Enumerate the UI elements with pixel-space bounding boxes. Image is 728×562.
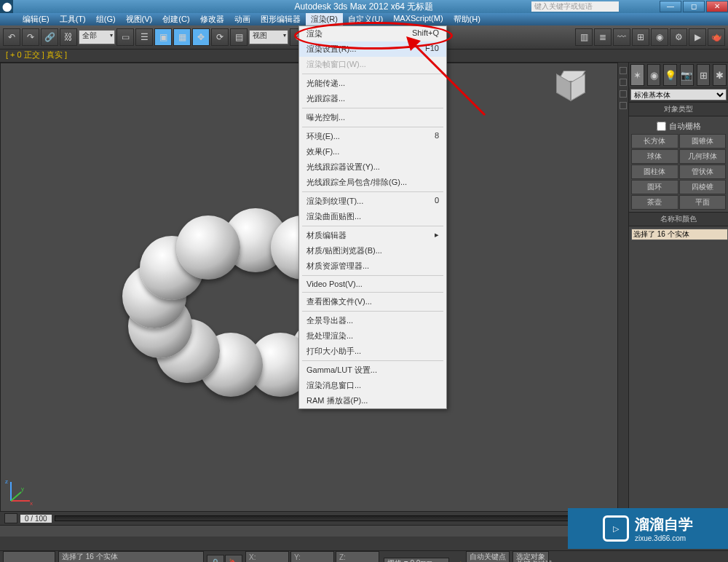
menu-2[interactable]: 组(G) <box>91 13 121 25</box>
redo-button[interactable]: ↷ <box>22 28 39 46</box>
primitive-管状体[interactable]: 管状体 <box>679 165 727 179</box>
menu-8[interactable]: 渲染(R) <box>306 13 343 25</box>
minimize-button[interactable]: — <box>660 1 681 12</box>
object-category-dropdown[interactable]: 标准基本体 <box>630 89 727 100</box>
render-menu-item-5[interactable]: 光跟踪器... <box>299 91 446 106</box>
primitive-圆环[interactable]: 圆环 <box>631 180 678 194</box>
utilities-tab[interactable]: ✱ <box>713 64 727 86</box>
grid-readout: 栅格 = 0.0mm <box>384 558 449 563</box>
autokey-button[interactable]: 自动关键点 <box>466 551 510 562</box>
script-listener[interactable] <box>3 551 55 562</box>
primitive-平面[interactable]: 平面 <box>679 195 727 210</box>
render-setup-button[interactable]: ⚙ <box>670 28 687 46</box>
coord-x[interactable]: X: <box>245 551 289 562</box>
side-tool-1[interactable] <box>620 67 627 74</box>
maximize-button[interactable]: ◻ <box>683 1 705 12</box>
primitive-长方体[interactable]: 长方体 <box>631 134 678 149</box>
help-search-input[interactable]: 键入关键字或短语 <box>531 1 619 12</box>
render-menu-item-15[interactable]: 渲染曲面贴图... <box>299 209 446 224</box>
display-tab[interactable]: ⊞ <box>697 64 711 86</box>
primitive-茶壶[interactable]: 茶壶 <box>631 195 678 210</box>
select-name-button[interactable]: ☰ <box>135 28 153 46</box>
render-menu-item-30[interactable]: 渲染消息窗口... <box>299 378 446 393</box>
render-menu-item-14[interactable]: 渲染到纹理(T)...0 <box>299 194 446 209</box>
side-tool-4[interactable] <box>620 102 627 109</box>
menu-0[interactable]: 编辑(E) <box>17 13 55 25</box>
time-slider[interactable]: 0 / 100 <box>20 515 52 523</box>
primitive-四棱锥[interactable]: 四棱锥 <box>679 180 727 194</box>
schematic-button[interactable]: ⊞ <box>632 28 649 46</box>
render-menu-item-0[interactable]: 渲染Shift+Q <box>299 26 446 41</box>
material-button[interactable]: ◉ <box>651 28 668 46</box>
view-cube[interactable] <box>555 71 588 104</box>
render-menu-item-11[interactable]: 光线跟踪器设置(Y)... <box>299 159 446 175</box>
scale-button[interactable]: ▤ <box>230 28 248 46</box>
window-cross-button[interactable]: ▦ <box>173 28 191 46</box>
primitive-圆柱体[interactable]: 圆柱体 <box>631 165 678 179</box>
undo-button[interactable]: ↶ <box>3 28 20 46</box>
autogrid-checkbox[interactable] <box>657 122 666 131</box>
link-button[interactable]: 🔗 <box>41 28 58 46</box>
time-config-button[interactable] <box>4 513 17 523</box>
render-menu-item-31[interactable]: RAM 播放器(P)... <box>299 393 446 408</box>
scene-sphere[interactable] <box>176 215 240 280</box>
render-menu-item-1[interactable]: 渲染设置(R)...F10 <box>299 41 446 57</box>
add-time-tag-button[interactable]: 🔖 <box>225 555 242 563</box>
autogrid-label: 自动栅格 <box>669 121 701 132</box>
primitive-球体[interactable]: 球体 <box>631 149 678 164</box>
hierarchy-tab[interactable]: 💡 <box>663 64 677 86</box>
object-name-input[interactable] <box>631 229 728 240</box>
menu-4[interactable]: 创建(C) <box>157 13 194 25</box>
window-title: Autodesk 3ds Max 2012 x64 无标题 <box>295 1 434 13</box>
render-frame-button[interactable]: ▶ <box>689 28 706 46</box>
render-menu-item-17[interactable]: 材质编辑器▸ <box>299 228 446 243</box>
close-button[interactable]: ✕ <box>706 1 728 12</box>
render-menu-item-26[interactable]: 批处理渲染... <box>299 328 446 344</box>
menu-9[interactable]: 自定义(U) <box>343 13 388 25</box>
render-menu-item-21[interactable]: Video Post(V)... <box>299 277 446 290</box>
menu-5[interactable]: 修改器 <box>195 13 229 25</box>
key-icon[interactable]: ⊸ <box>452 555 463 563</box>
render-button[interactable]: 🫖 <box>708 28 725 46</box>
primitive-圆锥体[interactable]: 圆锥体 <box>679 134 727 149</box>
menu-11[interactable]: 帮助(H) <box>448 13 486 25</box>
render-menu-item-19[interactable]: 材质资源管理器... <box>299 258 446 274</box>
align-button[interactable]: ▥ <box>575 28 593 46</box>
render-menu-item-7[interactable]: 曝光控制... <box>299 110 446 125</box>
lock-selection-button[interactable]: 🔒 <box>207 555 224 563</box>
menu-7[interactable]: 图形编辑器 <box>256 13 306 25</box>
menu-10[interactable]: MAXScript(M) <box>388 13 448 25</box>
modify-tab[interactable]: ◉ <box>647 64 661 86</box>
side-tool-3[interactable] <box>620 90 627 98</box>
render-menu-item-29[interactable]: Gamma/LUT 设置... <box>299 363 446 378</box>
render-menu-item-23[interactable]: 查看图像文件(V)... <box>299 294 446 309</box>
create-tab[interactable]: ✶ <box>630 64 644 86</box>
select-button[interactable]: ▭ <box>116 28 134 46</box>
layer-button[interactable]: ≣ <box>594 28 612 46</box>
move-button[interactable]: ✥ <box>192 28 210 46</box>
menu-6[interactable]: 动画 <box>229 13 256 25</box>
render-menu-item-25[interactable]: 全景导出器... <box>299 313 446 328</box>
unlink-button[interactable]: ⛓ <box>60 28 77 46</box>
rotate-button[interactable]: ⟳ <box>211 28 229 46</box>
render-menu-item-12[interactable]: 光线跟踪全局包含/排除(G)... <box>299 175 446 190</box>
render-menu-item-4[interactable]: 光能传递... <box>299 76 446 91</box>
selection-filter-dropdown[interactable]: 全部 <box>79 30 115 44</box>
render-menu-item-27[interactable]: 打印大小助手... <box>299 344 446 359</box>
ref-coord-dropdown[interactable]: 视图 <box>249 30 288 44</box>
coord-z[interactable]: Z: <box>336 551 379 562</box>
render-menu-item-10[interactable]: 效果(F)... <box>299 144 446 159</box>
menu-1[interactable]: 工具(T) <box>55 13 91 25</box>
render-menu-item-18[interactable]: 材质/贴图浏览器(B)... <box>299 243 446 258</box>
status-selected: 选择了 16 个实体 <box>58 551 204 562</box>
select-region-button[interactable]: ▣ <box>154 28 172 46</box>
curve-editor-button[interactable]: 〰 <box>613 28 630 46</box>
axis-gizmo: z x y <box>5 478 34 507</box>
menu-3[interactable]: 视图(V) <box>121 13 158 25</box>
coord-y[interactable]: Y: <box>290 551 334 562</box>
render-menu-item-2[interactable]: 渲染帧窗口(W)... <box>299 57 446 72</box>
side-tool-2[interactable] <box>620 79 627 86</box>
motion-tab[interactable]: 📷 <box>680 64 694 86</box>
render-menu-item-9[interactable]: 环境(E)...8 <box>299 129 446 144</box>
primitive-几何球体[interactable]: 几何球体 <box>679 149 727 164</box>
